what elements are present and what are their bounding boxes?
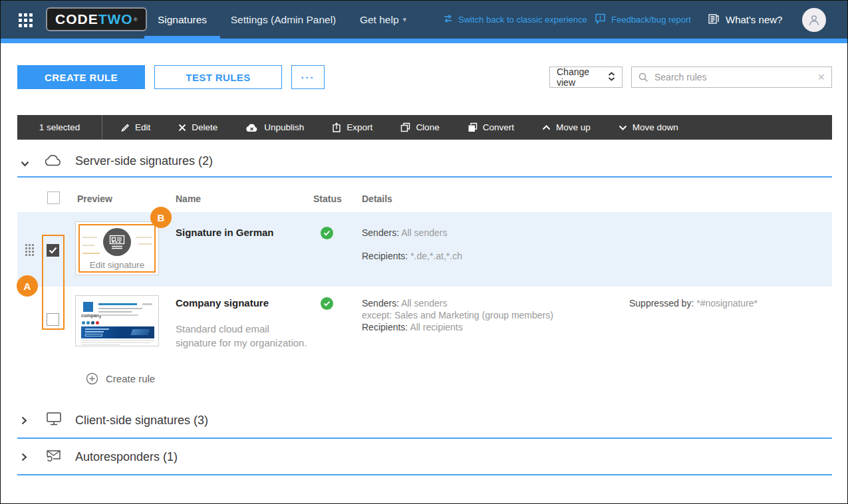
edit-button[interactable]: Edit <box>120 122 150 132</box>
status-active-icon <box>321 297 333 310</box>
selection-toolbar: 1 selected Edit Delete Unpublish Export <box>17 115 832 140</box>
get-help-label: Get help <box>360 14 399 26</box>
sig-footer-line <box>81 340 154 341</box>
news-icon <box>708 13 720 27</box>
user-avatar[interactable] <box>802 8 826 32</box>
edit-label: Edit <box>135 122 150 132</box>
clear-search-icon[interactable]: × <box>811 70 831 84</box>
create-rule-button[interactable]: CREATE RULE <box>17 65 145 89</box>
change-view-dropdown[interactable]: Change view <box>549 66 623 88</box>
logo-text-two: TWO <box>98 11 133 27</box>
codetwo-logo[interactable]: CODETWO® <box>46 7 147 31</box>
detail-value: All recipients <box>410 322 462 332</box>
signature-preview-german[interactable]: Edit signature <box>75 221 159 275</box>
column-header-details: Details <box>362 193 392 204</box>
export-button[interactable]: Export <box>332 122 372 132</box>
detail-senders: Senders: All senders <box>362 227 447 238</box>
section-collapse-chevron-icon[interactable] <box>21 158 29 170</box>
signature-preview-company[interactable]: company <box>75 295 159 346</box>
app-window: CODETWO® Signatures Settings (Admin Pane… <box>0 0 848 504</box>
app-launcher-icon[interactable] <box>19 13 33 27</box>
detail-label: Senders: <box>362 298 399 309</box>
section-title-server-side[interactable]: Server-side signatures (2) <box>75 154 213 168</box>
detail-label: Senders: <box>362 227 399 238</box>
section-title-autoresponders[interactable]: Autoresponders (1) <box>75 450 178 464</box>
detail-value: *#nosignature* <box>696 298 758 309</box>
row-checkbox-unchecked[interactable] <box>47 313 59 326</box>
section-title-client-side[interactable]: Client-side signatures (3) <box>75 414 208 428</box>
delete-button[interactable]: Delete <box>178 122 217 132</box>
detail-value: *.de,*.at,*.ch <box>410 251 462 261</box>
search-rules-input[interactable] <box>654 72 811 82</box>
column-header-status: Status <box>313 193 342 204</box>
monitor-icon <box>46 412 62 428</box>
section-underline <box>17 176 832 178</box>
autoresponder-envelope-icon <box>46 449 63 465</box>
rule-name[interactable]: Signature in German <box>176 227 274 238</box>
chevron-up-icon <box>542 125 551 130</box>
test-rules-button[interactable]: TEST RULES <box>154 65 282 89</box>
section-expand-chevron-icon[interactable] <box>21 416 27 428</box>
create-rule-button-label: CREATE RULE <box>45 72 118 83</box>
edit-signature-icon <box>103 228 131 256</box>
detail-recipients: Recipients: *.de,*.at,*.ch <box>362 251 462 261</box>
sig-text-line <box>142 303 152 305</box>
move-down-button[interactable]: Move down <box>619 122 678 132</box>
whats-new-label: What's new? <box>726 14 782 25</box>
selected-count: 1 selected <box>17 122 102 132</box>
create-rule-link[interactable]: Create rule <box>86 372 155 385</box>
move-down-label: Move down <box>633 122 678 132</box>
section-expand-chevron-icon[interactable] <box>21 452 27 464</box>
detail-value: All senders <box>401 298 447 309</box>
toolbar-divider <box>102 115 102 140</box>
feedback-bubble-icon: ! <box>595 13 606 26</box>
convert-button[interactable]: Convert <box>468 122 514 132</box>
tab-settings-admin-panel[interactable]: Settings (Admin Panel) <box>227 1 340 39</box>
convert-label: Convert <box>483 122 514 132</box>
banner-mock <box>81 326 154 338</box>
tab-signatures[interactable]: Signatures <box>144 1 220 39</box>
delete-label: Delete <box>192 122 217 132</box>
pencil-icon <box>120 122 130 132</box>
annotation-badge-a: A <box>17 275 38 297</box>
sig-footer-line <box>81 342 150 343</box>
detail-recipients: Recipients: All recipients <box>362 322 463 332</box>
sig-text-line <box>98 315 138 316</box>
move-up-button[interactable]: Move up <box>542 122 591 132</box>
sort-chevrons-icon <box>608 72 615 83</box>
column-header-preview: Preview <box>77 193 112 204</box>
detail-suppressed-by: Suppressed by: *#nosignature* <box>629 298 758 309</box>
cloud-x-icon <box>245 123 259 132</box>
menu-get-help[interactable]: Get help ▾ <box>353 1 413 39</box>
more-actions-button[interactable]: ··· <box>291 65 325 89</box>
detail-senders: Senders: All senders <box>362 298 447 309</box>
export-label: Export <box>347 122 372 132</box>
switch-classic-link[interactable]: Switch back to classic experience <box>443 1 587 39</box>
whats-new-link[interactable]: What's new? <box>708 1 782 39</box>
test-rules-button-label: TEST RULES <box>186 72 250 83</box>
x-icon <box>178 124 186 132</box>
convert-icon <box>468 122 478 132</box>
switch-classic-label: Switch back to classic experience <box>458 15 587 25</box>
clone-button[interactable]: Clone <box>400 122 439 132</box>
change-view-label: Change view <box>557 66 608 88</box>
ellipsis-icon: ··· <box>301 72 315 83</box>
unpublish-button[interactable]: Unpublish <box>245 122 304 132</box>
check-icon <box>49 247 57 254</box>
unpublish-label: Unpublish <box>264 122 304 132</box>
detail-label: Recipients: <box>362 251 408 261</box>
select-all-checkbox[interactable] <box>47 191 60 204</box>
logo-registered-mark: ® <box>134 17 138 23</box>
row-checkbox-checked[interactable] <box>47 244 59 257</box>
drag-handle-icon[interactable] <box>25 244 34 256</box>
status-active-icon <box>321 227 333 239</box>
rule-description: Standard cloud email signature for my or… <box>176 322 312 350</box>
search-rules-box: × <box>631 66 832 88</box>
rule-name[interactable]: Company signature <box>176 297 269 309</box>
export-icon <box>332 122 341 132</box>
feedback-link[interactable]: ! Feedback/bug report <box>595 1 691 39</box>
person-icon <box>807 13 821 27</box>
detail-senders-exception: except: Sales and Marketing (group membe… <box>362 310 553 320</box>
clone-icon <box>400 122 410 132</box>
create-rule-link-label: Create rule <box>106 373 155 384</box>
